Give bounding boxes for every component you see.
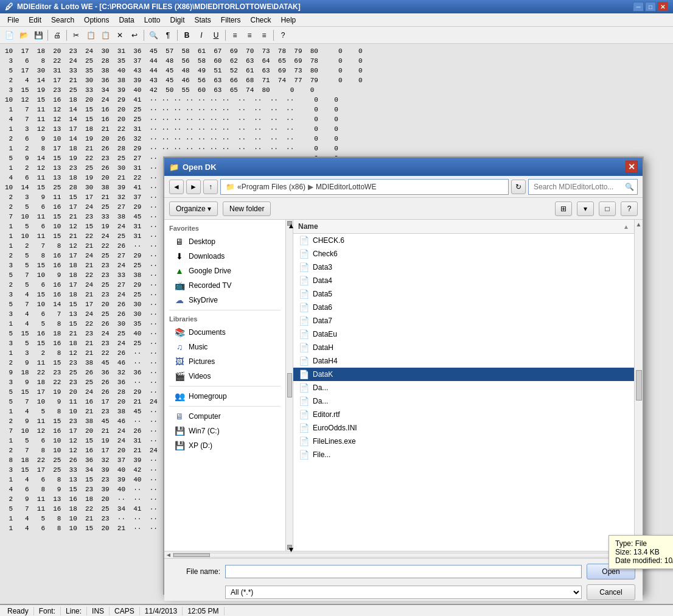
up-button[interactable]: ↑	[203, 180, 218, 194]
back-button[interactable]: ◄	[169, 180, 184, 194]
scroll-track[interactable]	[173, 553, 634, 558]
nav-item-videos[interactable]: 🎬 Videos	[164, 369, 285, 383]
menu-check[interactable]: Check	[246, 15, 276, 26]
scrollbar-up-btn[interactable]: ▲	[636, 221, 642, 228]
file-name: CHECK.6	[313, 236, 344, 245]
align-center-button[interactable]: ≡	[243, 29, 256, 42]
new-folder-button[interactable]: New folder	[223, 201, 271, 216]
menu-digit[interactable]: Digit	[165, 15, 189, 26]
menu-options[interactable]: Options	[79, 15, 114, 26]
copy-button[interactable]: 📋	[84, 29, 97, 42]
menu-help[interactable]: Help	[276, 15, 301, 26]
menu-filters[interactable]: Filters	[216, 15, 246, 26]
horizontal-scrollbar[interactable]: ◄ ►	[164, 551, 643, 558]
file-item[interactable]: 📄 Data6	[293, 301, 634, 314]
file-item[interactable]: 📄 Check6	[293, 247, 634, 261]
undo-button[interactable]: ↩	[128, 29, 141, 42]
view-down-button[interactable]: ▾	[577, 201, 594, 216]
file-item[interactable]: 📄 DataH	[293, 341, 634, 354]
file-item[interactable]: 📄 Da...	[293, 394, 634, 408]
scroll-thumb-h[interactable]	[173, 553, 210, 557]
file-item[interactable]: 📄 Data4	[293, 274, 634, 287]
nav-item-documents[interactable]: 📚 Documents	[164, 325, 285, 340]
bold-button[interactable]: B	[180, 29, 194, 42]
videos-label: Videos	[189, 372, 211, 380]
search-input[interactable]	[528, 179, 638, 195]
maximize-button[interactable]: □	[645, 2, 656, 12]
file-item[interactable]: 📄 CHECK.6	[293, 234, 634, 247]
organize-button[interactable]: Organize ▾	[169, 201, 218, 216]
refresh-button[interactable]: ↻	[511, 180, 526, 194]
nav-item-xp[interactable]: 💾 XP (D:)	[164, 438, 285, 453]
close-button[interactable]: ✕	[657, 2, 668, 12]
pictures-label: Pictures	[189, 357, 215, 366]
file-item[interactable]: 📄 Data3	[293, 261, 634, 274]
menu-file[interactable]: File	[2, 15, 24, 26]
underline-button[interactable]: U	[209, 29, 223, 42]
nav-item-computer[interactable]: 🖥 Computer	[164, 409, 285, 424]
save-button[interactable]: 💾	[32, 29, 45, 42]
menu-data[interactable]: Data	[114, 15, 139, 26]
help-dialog-button[interactable]: ?	[621, 201, 638, 216]
nav-item-recorded-tv[interactable]: 📺 Recorded TV	[164, 278, 285, 293]
menu-search[interactable]: Search	[46, 15, 79, 26]
file-item[interactable]: 📄 Data7	[293, 314, 634, 327]
paste-button[interactable]: 📋	[99, 29, 112, 42]
scrollbar-thumb-right[interactable]	[636, 370, 642, 401]
file-type-icon: 📄	[298, 369, 309, 379]
downloads-icon: ⬇	[174, 251, 185, 262]
file-type-icon: 📄	[298, 236, 309, 245]
file-item[interactable]: 📄 DataK	[293, 368, 634, 381]
help-button[interactable]: ?	[276, 29, 290, 42]
win7-label: Win7 (C:)	[189, 427, 220, 435]
view-toggle-button[interactable]: ⊞	[555, 201, 572, 216]
dialog-titlebar: 📁 Open DK ✕	[164, 158, 643, 176]
filetype-select[interactable]: All (*.*)	[225, 586, 582, 599]
forward-button[interactable]: ►	[186, 180, 201, 194]
minimize-button[interactable]: ─	[633, 2, 644, 12]
address-path[interactable]: 📁 « Program Files (x86) ▶ MDIEditorLotto…	[220, 179, 509, 195]
para-button[interactable]: ¶	[161, 29, 175, 42]
nav-item-win7[interactable]: 💾 Win7 (C:)	[164, 424, 285, 438]
nav-item-desktop[interactable]: 🖥 Desktop	[164, 234, 285, 249]
delete-button[interactable]: ✕	[113, 29, 127, 42]
file-item[interactable]: 📄 Data5	[293, 287, 634, 301]
open-button[interactable]: 📂	[17, 29, 30, 42]
scrollbar-up[interactable]: ▲	[287, 221, 292, 226]
menu-lotto[interactable]: Lotto	[139, 15, 166, 26]
scrollbar-down[interactable]: ▼	[287, 545, 292, 550]
address-bar: ◄ ► ↑ 📁 « Program Files (x86) ▶ MDIEdito…	[164, 176, 643, 198]
italic-button[interactable]: I	[195, 29, 208, 42]
file-item[interactable]: 📄 FileLines.exe	[293, 435, 634, 448]
left-scrollbar[interactable]: ▲ ▼	[286, 220, 293, 551]
new-button[interactable]: 📄	[2, 29, 16, 42]
nav-item-music[interactable]: ♫ Music	[164, 340, 285, 354]
nav-item-google-drive[interactable]: ▲ Google Drive	[164, 264, 285, 278]
file-item[interactable]: 📄 File...	[293, 448, 634, 461]
dialog-close-button[interactable]: ✕	[626, 161, 638, 173]
align-left-button[interactable]: ≡	[228, 29, 242, 42]
filename-input[interactable]	[225, 565, 582, 578]
right-scrollbar[interactable]: ▲ ▼	[634, 220, 643, 551]
nav-item-downloads[interactable]: ⬇ Downloads	[164, 249, 285, 264]
view-window-button[interactable]: □	[599, 201, 616, 216]
file-item[interactable]: 📄 DataH4	[293, 354, 634, 368]
menu-stats[interactable]: Stats	[190, 15, 216, 26]
menu-edit[interactable]: Edit	[24, 15, 46, 26]
file-item[interactable]: 📄 Editor.rtf	[293, 408, 634, 421]
nav-item-homegroup[interactable]: 👥 Homegroup	[164, 389, 285, 404]
nav-item-skydrive[interactable]: ☁ SkyDrive	[164, 293, 285, 307]
nav-item-pictures[interactable]: 🖼 Pictures	[164, 354, 285, 369]
align-right-button[interactable]: ≡	[257, 29, 271, 42]
documents-label: Documents	[189, 328, 226, 337]
scrollbar-thumb[interactable]	[287, 373, 292, 397]
scroll-left-btn[interactable]: ◄	[164, 551, 173, 558]
find-button[interactable]: 🔍	[147, 29, 160, 42]
file-item[interactable]: 📄 EuroOdds.INI	[293, 421, 634, 435]
print-button[interactable]: 🖨	[51, 29, 64, 42]
cut-button[interactable]: ✂	[69, 29, 83, 42]
file-item[interactable]: 📄 Da...	[293, 381, 634, 394]
cancel-button[interactable]: Cancel	[587, 584, 635, 600]
file-item[interactable]: 📄 DataEu	[293, 327, 634, 341]
file-type-icon: 📄	[298, 262, 309, 272]
